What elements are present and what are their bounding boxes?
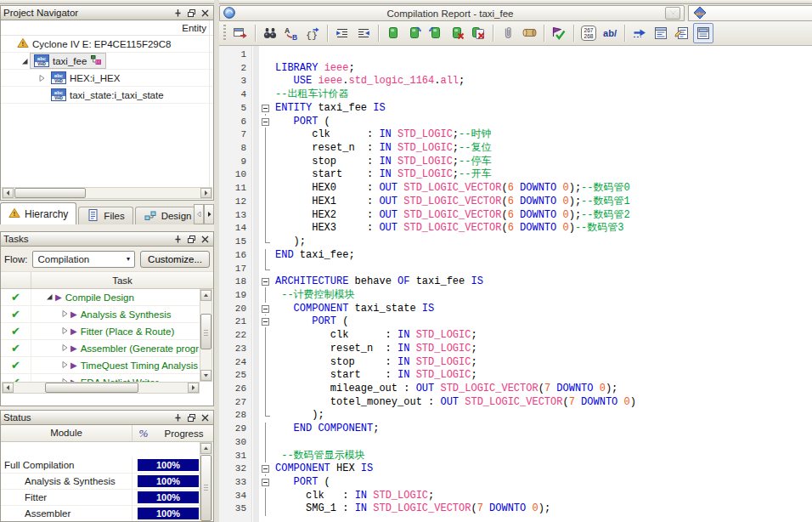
- goto-location-icon[interactable]: [629, 23, 650, 43]
- code-line-22[interactable]: 22 clk : IN STD_LOGIC;: [219, 329, 812, 343]
- flow-select[interactable]: Compilation ▾: [32, 251, 135, 268]
- scroll-up-icon[interactable]: [200, 290, 211, 301]
- tab-scroll-left-icon[interactable]: [194, 204, 204, 224]
- code-line-15[interactable]: 15 );: [219, 235, 812, 249]
- code-line-4[interactable]: 4 --出租车计价器: [219, 88, 812, 102]
- entity-column-header[interactable]: Entity: [1, 20, 213, 36]
- code-line-20[interactable]: 20 COMPONENT taxi_state IS: [219, 303, 812, 316]
- code-line-9[interactable]: 9 stop : IN STD_LOGIC;--停车: [219, 156, 812, 169]
- task-row[interactable]: ✔ ▶ TimeQuest Timing Analysis: [1, 357, 200, 374]
- report-edit-icon[interactable]: [672, 23, 692, 43]
- fold-toggle-icon[interactable]: [262, 118, 269, 126]
- code-line-24[interactable]: 24 stop : IN STD_LOGIC;: [219, 356, 812, 370]
- pin-icon[interactable]: [172, 234, 183, 245]
- tab-files[interactable]: Files: [78, 207, 133, 224]
- task-row[interactable]: ✔ ▶ EDA Netlist Writer: [1, 374, 200, 382]
- code-line-19[interactable]: 19 --计费控制模块: [219, 289, 812, 303]
- scroll-thumb[interactable]: [14, 188, 86, 198]
- status-row[interactable]: Full Compilation 100%: [1, 457, 200, 474]
- attach-file-icon[interactable]: [498, 23, 518, 43]
- fold-toggle-icon[interactable]: [262, 318, 269, 326]
- scroll-left-icon[interactable]: [3, 383, 14, 393]
- code-line-8[interactable]: 8 reset_n : IN STD_LOGIC;--复位: [219, 142, 812, 156]
- fold-toggle-icon[interactable]: [262, 105, 269, 112]
- task-expander[interactable]: [60, 343, 69, 354]
- code-line-10[interactable]: 10 start : IN STD_LOGIC;--开车: [219, 168, 812, 182]
- task-expander[interactable]: [45, 292, 54, 303]
- close-icon[interactable]: [199, 234, 211, 245]
- float-icon[interactable]: [185, 234, 197, 245]
- code-line-28[interactable]: 28 );: [219, 409, 812, 423]
- project-navigator-hscrollbar[interactable]: [2, 187, 212, 199]
- open-in-new-window-icon[interactable]: [230, 23, 251, 43]
- code-line-1[interactable]: 1: [219, 48, 812, 62]
- code-line-30[interactable]: 30: [219, 436, 812, 450]
- progress-column-header[interactable]: Progress: [155, 428, 213, 439]
- increase-indent-icon[interactable]: [332, 23, 352, 43]
- close-icon[interactable]: [665, 7, 680, 20]
- tree-item[interactable]: abcVHD taxi_fee: [1, 53, 213, 70]
- delete-all-bookmarks-icon[interactable]: [468, 23, 488, 43]
- code-line-7[interactable]: 7 clk : IN STD_LOGIC;--时钟: [219, 128, 812, 142]
- code-line-5[interactable]: 5 ENTITY taxi_fee IS: [219, 102, 812, 116]
- task-row[interactable]: ✔ ▶ Assembler (Generate progr: [1, 340, 200, 357]
- tree-item[interactable]: abcVHD HEX:i_HEX: [1, 70, 213, 87]
- code-line-35[interactable]: 35 SMG_1 : IN STD_LOGIC_VECTOR(7 DOWNTO …: [219, 502, 812, 516]
- fold-toggle-icon[interactable]: [262, 465, 269, 473]
- fold-toggle-icon[interactable]: [262, 305, 269, 313]
- toolbar-grip[interactable]: [223, 25, 226, 42]
- tree-item[interactable]: ! Cyclone IV E: EP4CE115F29C8: [1, 36, 213, 53]
- code-line-34[interactable]: 34 clk : IN STD_LOGIC;: [219, 490, 812, 503]
- tab-scroll-right-icon[interactable]: [204, 204, 214, 224]
- code-line-21[interactable]: 21 PORT (: [219, 315, 812, 329]
- code-line-6[interactable]: 6 PORT (: [219, 116, 812, 129]
- code-line-27[interactable]: 27 totel_money_out : OUT STD_LOGIC_VECTO…: [219, 396, 812, 410]
- delete-bookmark-icon[interactable]: [447, 23, 467, 43]
- code-line-13[interactable]: 13 HEX2 : OUT STD_LOGIC_VECTOR(6 DOWNTO …: [219, 209, 812, 223]
- status-vscrollbar[interactable]: [200, 442, 212, 520]
- task-expander[interactable]: [60, 360, 69, 371]
- tree-expander[interactable]: [20, 57, 30, 65]
- scroll-thumb[interactable]: [200, 455, 211, 521]
- task-row[interactable]: ✔ ▶ Compile Design: [1, 289, 200, 306]
- code-line-17[interactable]: 17: [219, 263, 812, 276]
- previous-bookmark-icon[interactable]: [426, 23, 446, 43]
- status-row[interactable]: Analysis & Synthesis 100%: [1, 474, 200, 490]
- code-line-18[interactable]: 18 ARCHITECTURE behave OF taxi_fee IS: [219, 275, 812, 289]
- analyze-syntax-icon[interactable]: [549, 23, 569, 43]
- fold-toggle-icon[interactable]: [262, 278, 269, 286]
- code-line-33[interactable]: 33 PORT (: [219, 476, 812, 490]
- code-line-12[interactable]: 12 HEX1 : OUT STD_LOGIC_VECTOR(6 DOWNTO …: [219, 196, 812, 209]
- percent-column-header[interactable]: %: [133, 427, 155, 440]
- task-column-header[interactable]: Task: [31, 275, 213, 286]
- code-line-14[interactable]: 14 HEX3 : OUT STD_LOGIC_VECTOR(6 DOWNTO …: [219, 222, 812, 235]
- task-expander[interactable]: [60, 326, 69, 337]
- code-line-29[interactable]: 29 END COMPONENT;: [219, 423, 812, 436]
- find-replace-icon[interactable]: AB: [281, 23, 302, 43]
- macro-icon[interactable]: [519, 23, 539, 43]
- code-line-25[interactable]: 25 start : IN STD_LOGIC;: [219, 369, 812, 383]
- scroll-left-icon[interactable]: [3, 188, 14, 198]
- code-line-31[interactable]: 31 --数码管显示模块: [219, 450, 812, 463]
- scroll-right-icon[interactable]: [200, 188, 211, 198]
- code-line-3[interactable]: 3 USE ieee.std_logic_1164.all;: [219, 75, 812, 88]
- pin-icon[interactable]: [172, 412, 183, 423]
- code-line-2[interactable]: 2 LIBRARY ieee;: [219, 62, 812, 76]
- tasks-hscrollbar[interactable]: [2, 382, 200, 394]
- tasks-vscrollbar[interactable]: [200, 289, 212, 382]
- customize-button[interactable]: Customize...: [140, 251, 210, 268]
- code-line-16[interactable]: 16 END taxi_fee;: [219, 249, 812, 263]
- tree-item[interactable]: abcVHD taxi_state:i_taxi_state: [1, 87, 213, 104]
- scroll-down-icon[interactable]: [200, 370, 211, 381]
- scroll-thumb[interactable]: [200, 314, 211, 349]
- tab-hierarchy[interactable]: ! Hierarchy: [0, 202, 76, 224]
- scroll-up-icon[interactable]: [200, 443, 211, 454]
- code-line-32[interactable]: 32 COMPONENT HEX IS: [219, 462, 812, 476]
- compilation-report-titlebar[interactable]: Compilation Report - taxi_fee: [219, 5, 685, 21]
- next-bookmark-icon[interactable]: [404, 23, 425, 43]
- report-view-icon[interactable]: [693, 23, 713, 43]
- find-icon[interactable]: [260, 23, 280, 43]
- code-line-26[interactable]: 26 mileage_out : OUT STD_LOGIC_VECTOR(7 …: [219, 383, 812, 396]
- autocomplete-text-icon[interactable]: ab/: [600, 23, 620, 43]
- close-icon[interactable]: [199, 412, 211, 423]
